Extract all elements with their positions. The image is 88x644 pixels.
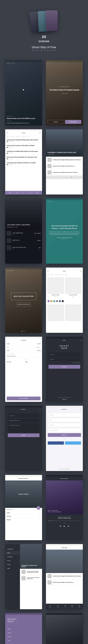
menu-item[interactable]: Shop bbox=[8, 639, 40, 642]
news-row[interactable]: Drunken parrot charged with flying while… bbox=[46, 156, 83, 163]
nav-icon[interactable]: ♫ bbox=[23, 192, 24, 193]
menu-item[interactable]: Music bbox=[5, 559, 20, 562]
screen-register: REGISTER✕ Username Email Password Re-Typ… bbox=[46, 406, 83, 471]
signin-button[interactable]: SIGN IN bbox=[49, 365, 80, 369]
swatch[interactable] bbox=[62, 300, 64, 302]
email-input[interactable]: davy.jones@locker.com bbox=[8, 418, 39, 422]
featured-title[interactable]: Landlubbers complain about useless stuff bbox=[48, 152, 81, 153]
screen-drawer: Dashboard News Messages Music Profile St… bbox=[5, 544, 42, 609]
ship-method[interactable]: USPS$12.98 bbox=[5, 349, 42, 352]
send-button[interactable]: SEND bbox=[8, 434, 39, 437]
name-input[interactable]: Davy Jones bbox=[8, 414, 39, 418]
ship-method[interactable]: FedEx$12.00 bbox=[5, 342, 42, 346]
track-row[interactable]: Tiptoe--:-- ♡ bbox=[5, 511, 42, 515]
swatch[interactable] bbox=[53, 300, 55, 302]
news-item[interactable]: Jean pirates need AARtists of all kinds,… bbox=[5, 161, 42, 167]
play-fab[interactable] bbox=[37, 506, 40, 510]
signup-button[interactable]: SIGN UP bbox=[48, 433, 81, 437]
menu-item[interactable]: Log Out bbox=[8, 642, 40, 644]
tab-sci[interactable]: SCI bbox=[28, 136, 30, 137]
tab-friends[interactable]: Friends bbox=[57, 605, 59, 608]
news-row[interactable]: Search for the fountain of Youth while..… bbox=[20, 575, 42, 582]
news-row[interactable]: Drunken parrot charged with flying while… bbox=[20, 569, 42, 575]
menu-item[interactable]: Friends bbox=[8, 635, 40, 639]
cart-item[interactable]: F&Co England NeedleSKU$23 – $30.00 bbox=[5, 230, 42, 237]
track-row[interactable]: It's Time--:-- ♡ bbox=[5, 515, 42, 518]
menu-item[interactable]: Stats bbox=[5, 566, 20, 570]
address-field[interactable]: 20 Pine Tree Road bbox=[7, 356, 15, 357]
menu-item[interactable]: Dashboard bbox=[5, 547, 20, 551]
tab-world[interactable]: WORLD bbox=[11, 136, 14, 137]
ship-method[interactable]: UPS$13.40 ✓ bbox=[5, 346, 42, 349]
play-icon[interactable] bbox=[23, 89, 24, 90]
news-item[interactable]: Avoid these 10 mistakes while explorin' … bbox=[5, 150, 42, 155]
screen-now-playing: ‹NOW PLAYING⋯ Florence + The Machine MTV… bbox=[46, 475, 83, 540]
shop-item[interactable] bbox=[65, 304, 82, 321]
news-item[interactable]: Drunken parrot charged with flying while… bbox=[5, 138, 42, 144]
featured-meta: ⚫ 234 ♡ 892 ⚑ bbox=[48, 154, 81, 155]
share-button[interactable]: SHARE bbox=[48, 120, 64, 124]
signup-link[interactable]: Sign Up bbox=[46, 399, 83, 402]
tab-discover[interactable]: Discover bbox=[49, 605, 52, 608]
menu-item[interactable]: News bbox=[5, 551, 20, 555]
username-input[interactable]: Username bbox=[49, 353, 80, 356]
color-swatches bbox=[46, 299, 83, 303]
track-row[interactable]: Demons--:-- ♡ bbox=[5, 518, 42, 522]
related-item[interactable]: Obama's Trouble Articulating the State o… bbox=[5, 122, 42, 124]
tab-profile[interactable]: Profile bbox=[78, 605, 80, 608]
featured[interactable]: Landlubbers complain about useless... bbox=[20, 544, 42, 569]
place-order-button[interactable]: PLACE ORDER bbox=[7, 396, 40, 400]
nav-icon[interactable]: ◉ bbox=[37, 192, 38, 193]
shipping-header: SHIPPING bbox=[21, 340, 26, 341]
email-input[interactable]: Email bbox=[48, 418, 81, 422]
screen-shop: ☰SHOP⚙ ALLMENWOMENKIDSACC Name Your Pois… bbox=[46, 268, 83, 333]
shop-item[interactable] bbox=[47, 278, 64, 294]
view-collection-button[interactable]: VIEW COLLECTION bbox=[16, 302, 31, 306]
menu-item[interactable]: Profile bbox=[5, 562, 20, 566]
shop-item[interactable] bbox=[65, 278, 82, 294]
username-input[interactable]: Username bbox=[48, 413, 81, 417]
news-row[interactable]: Avoid these 10 mistakes while explorin' … bbox=[46, 169, 83, 176]
tab-topics[interactable]: TOPICS bbox=[16, 136, 20, 137]
news-item[interactable]: Search for the Fountain of Youth while o… bbox=[5, 144, 42, 150]
twitter-button[interactable]: t bbox=[65, 442, 81, 444]
password-input[interactable]: Password bbox=[49, 358, 80, 361]
menu-item[interactable]: News bbox=[8, 627, 40, 631]
tab-shop[interactable]: Shop bbox=[71, 605, 73, 608]
track-row[interactable]: Radioactive02:47 ♡ bbox=[5, 508, 42, 511]
news-row[interactable]: Search for the Fountain of Youth while o… bbox=[46, 579, 83, 586]
message-input[interactable]: Oi! Where's me locker? bbox=[8, 423, 39, 432]
swatch[interactable] bbox=[56, 300, 58, 302]
read-more-button[interactable]: READ MORE bbox=[65, 120, 81, 124]
screen-walkthrough-1: ONBOARDING Walkthrough Explicabo harat s… bbox=[46, 613, 83, 644]
city-field[interactable]: New York bbox=[7, 361, 11, 362]
swatch[interactable] bbox=[59, 300, 61, 302]
signin-link[interactable]: Have an account? Sign In bbox=[46, 467, 83, 471]
zip-field[interactable]: 10017 bbox=[25, 361, 28, 362]
news-row[interactable]: Search for the Fountain of Youth while o… bbox=[46, 163, 83, 169]
tab-all[interactable]: ALL bbox=[7, 136, 9, 137]
news-item[interactable]: Ride the wind waves with planer, the oth… bbox=[5, 155, 42, 161]
cart-item[interactable]: Name Your Poison Hip FlaskSKU$25 bbox=[5, 244, 42, 252]
retype-input[interactable]: Re-Type Password bbox=[48, 428, 81, 432]
prev-icon[interactable]: ⏮ bbox=[60, 525, 61, 527]
forgot-link[interactable]: Forgot Password? bbox=[49, 362, 80, 363]
news-row[interactable]: Drunken parrot charged with flying while… bbox=[46, 573, 83, 579]
swatch[interactable] bbox=[48, 300, 50, 302]
nav-icon[interactable]: ⬒ bbox=[10, 192, 10, 193]
shop-item[interactable] bbox=[47, 304, 64, 321]
tab-politics[interactable]: POLITICS bbox=[22, 136, 26, 137]
nav-icon[interactable]: ☰ bbox=[16, 192, 17, 193]
menu-item[interactable]: Photos bbox=[8, 631, 40, 635]
play-icon[interactable]: ▶ bbox=[64, 525, 65, 527]
next-icon[interactable]: ⏭ bbox=[68, 525, 69, 527]
facebook-button[interactable]: f bbox=[48, 442, 64, 444]
nav-icon[interactable]: ⊞ bbox=[30, 192, 31, 193]
menu-item[interactable]: Messages bbox=[5, 555, 20, 559]
tab-inbox[interactable]: Inbox bbox=[64, 605, 66, 608]
swatch[interactable] bbox=[50, 300, 52, 302]
headline[interactable]: Obama targets top 1% with $300b tax plan bbox=[5, 118, 42, 119]
cart-item[interactable]: Skull & ArrowsSKU$45.00 bbox=[5, 237, 42, 244]
quote-body: On stormy nights, and before I hunt baar… bbox=[49, 231, 80, 235]
password-input[interactable]: Password bbox=[48, 423, 81, 427]
